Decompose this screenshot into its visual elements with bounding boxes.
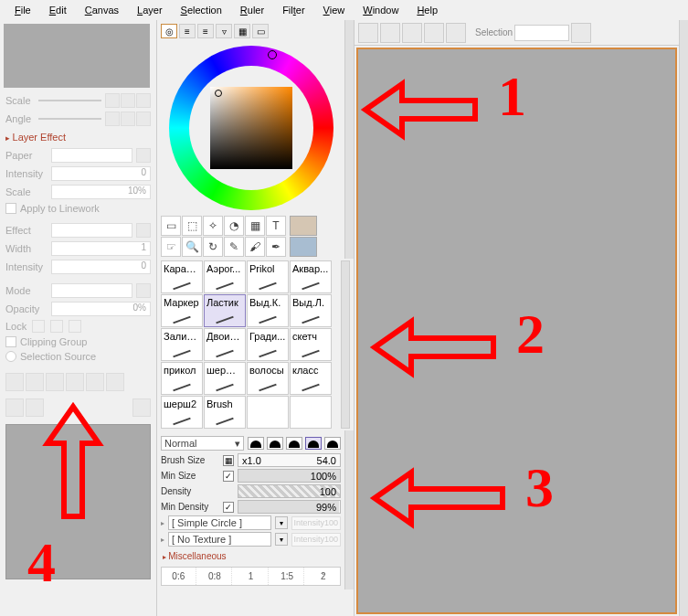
misc-section[interactable]: Miscellaneous	[161, 547, 341, 565]
spacing-1[interactable]: 1	[234, 568, 269, 585]
canvas-redo-btn[interactable]	[380, 23, 400, 43]
paper-select[interactable]	[51, 148, 132, 163]
tool-0[interactable]: ▭	[161, 216, 181, 236]
brush-Ластик[interactable]: Ластик	[204, 294, 246, 327]
mode-btn[interactable]	[136, 283, 151, 298]
brush-texture-select[interactable]: [ No Texture ]	[168, 532, 271, 547]
selection-field[interactable]	[514, 25, 569, 41]
angle-dec[interactable]	[105, 112, 120, 126]
menu-canvas[interactable]: Canvas	[76, 2, 128, 18]
spacing-row[interactable]: 0.60.811.52	[161, 567, 341, 586]
background-swatch[interactable]	[290, 237, 317, 257]
tool-11[interactable]: ✒	[266, 237, 286, 257]
brush-shape-menu[interactable]: ▾	[275, 516, 288, 529]
lock-all-icon[interactable]	[69, 320, 81, 333]
spacing-0.8[interactable]: 0.8	[198, 568, 233, 585]
new-folder-btn[interactable]	[46, 373, 64, 391]
menu-window[interactable]: Window	[354, 2, 408, 18]
spacing-0.6[interactable]: 0.6	[162, 568, 196, 585]
brush-класс[interactable]: класс	[290, 362, 332, 395]
width-input[interactable]: 1	[51, 241, 151, 256]
brush-Аэрог...[interactable]: Аэрог...	[204, 260, 246, 293]
scale-slider[interactable]	[38, 100, 101, 101]
scale-reset[interactable]	[136, 93, 151, 108]
tool-1[interactable]: ⬚	[182, 216, 202, 236]
color-wheel-mode[interactable]: ◎	[161, 24, 177, 38]
navigator-preview[interactable]	[4, 24, 150, 88]
texture-intensity[interactable]: Intensity100	[291, 533, 341, 547]
lock-pixels-icon[interactable]	[32, 320, 45, 333]
menu-filter[interactable]: Filter	[273, 2, 313, 18]
brush-shape-select[interactable]: [ Simple Circle ]	[168, 515, 271, 530]
brush-Выд.Л.[interactable]: Выд.Л.	[290, 294, 332, 327]
brush-Выд.К.[interactable]: Выд.К.	[247, 294, 289, 327]
menu-view[interactable]: View	[314, 2, 355, 18]
clear-layer-btn[interactable]	[106, 373, 124, 391]
menu-selection[interactable]: Selection	[172, 2, 231, 18]
brush-Двоич...[interactable]: Двоич...	[204, 328, 246, 361]
min-size-check[interactable]: ✓	[223, 471, 234, 482]
brush-Brush[interactable]: Brush	[204, 396, 246, 429]
scale2-input[interactable]: 10%	[51, 185, 151, 199]
brush-Гради...[interactable]: Гради...	[247, 328, 289, 361]
canvas-deselect-btn[interactable]	[402, 23, 422, 43]
tool-2[interactable]: ✧	[203, 216, 223, 236]
brush-Каранд.[interactable]: Каранд.	[161, 260, 203, 293]
brush-Заливка[interactable]: Заливка	[161, 328, 203, 361]
color-swatch-mode[interactable]: ▦	[234, 24, 250, 38]
paper-btn[interactable]	[136, 148, 151, 163]
blend-mode-select[interactable]: Normal▾	[161, 436, 244, 451]
merge-down-btn[interactable]	[86, 373, 104, 391]
spacing-2[interactable]: 2	[306, 568, 340, 585]
menu-ruler[interactable]: Ruler	[231, 2, 273, 18]
brush-tip-2[interactable]	[267, 437, 283, 450]
color-scratch-mode[interactable]: ▭	[252, 24, 269, 38]
hue-cursor[interactable]	[268, 50, 277, 59]
angle-slider[interactable]	[38, 118, 101, 120]
effect-btn[interactable]	[136, 223, 151, 238]
brush-tip-3[interactable]	[286, 437, 302, 450]
brush-прикол[interactable]: прикол	[161, 362, 203, 395]
menu-help[interactable]: Help	[408, 2, 447, 18]
opacity-input[interactable]: 0%	[51, 302, 151, 316]
layer-mask-btn[interactable]	[5, 398, 24, 417]
min-density-slider[interactable]: 99%	[238, 500, 341, 514]
shape-intensity[interactable]: Intensity100	[291, 516, 341, 530]
color-gray-mode[interactable]: ▿	[216, 24, 232, 38]
brush-волосы[interactable]: волосы	[247, 362, 289, 395]
color-hsv-mode[interactable]: ≡	[197, 24, 214, 38]
brush-Аквар...[interactable]: Аквар...	[290, 260, 332, 293]
tool-8[interactable]: ↻	[203, 237, 223, 257]
color-scroll[interactable]	[344, 20, 354, 259]
mode-select[interactable]	[51, 283, 132, 298]
brush-texture-menu[interactable]: ▾	[275, 533, 288, 546]
brush-tip-1[interactable]	[248, 437, 264, 450]
intensity-input[interactable]: 0	[51, 166, 151, 181]
clipping-group-check[interactable]	[5, 336, 16, 347]
new-layer-btn[interactable]	[5, 373, 24, 391]
menu-file[interactable]: File	[5, 2, 40, 18]
menu-edit[interactable]: Edit	[40, 2, 76, 18]
selection-menu-btn[interactable]	[571, 23, 591, 43]
brush-tip-4[interactable]	[305, 437, 322, 450]
canvas-showsel-btn[interactable]	[446, 23, 466, 43]
tool-10[interactable]: 🖌	[245, 237, 265, 257]
brush-size-slider[interactable]: x1.054.0	[238, 453, 341, 467]
brush-size-opts[interactable]: ▦	[223, 455, 234, 466]
new-linework-btn[interactable]	[26, 373, 44, 391]
tool-5[interactable]: T	[266, 216, 286, 236]
canvas-undo-btn[interactable]	[358, 23, 378, 43]
layer-extra-btn[interactable]	[132, 398, 151, 417]
settings-scroll[interactable]	[344, 430, 354, 589]
brush-scroll[interactable]	[341, 260, 350, 429]
color-rgb-mode[interactable]: ≡	[179, 24, 196, 38]
tool-6[interactable]: ☞	[161, 237, 181, 257]
color-wheel[interactable]	[157, 42, 344, 214]
intensity2-input[interactable]: 0	[51, 260, 151, 274]
min-density-check[interactable]: ✓	[223, 502, 234, 513]
selection-source-radio[interactable]	[5, 351, 16, 362]
angle-reset[interactable]	[136, 112, 151, 126]
tool-9[interactable]: ✎	[224, 237, 244, 257]
angle-inc[interactable]	[121, 112, 135, 126]
tool-3[interactable]: ◔	[224, 216, 244, 236]
